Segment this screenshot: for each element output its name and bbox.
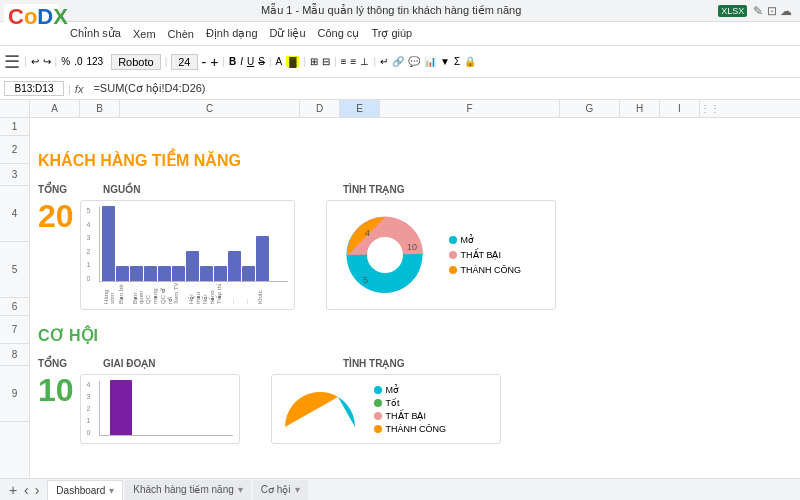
col-header-i: I	[660, 100, 700, 117]
y2-s0: 0	[87, 429, 97, 436]
font-size-plus[interactable]: +	[210, 54, 218, 70]
row-1: 1	[0, 118, 29, 136]
toolbar-align-left[interactable]: ≡	[341, 56, 347, 67]
col-header-h: H	[620, 100, 660, 117]
toolbar-lock[interactable]: 🔒	[464, 56, 476, 67]
section2-title: CƠ HỘI	[38, 322, 792, 348]
xlabel-9: ...	[229, 282, 242, 304]
menu-du-lieu[interactable]: Dữ liệu	[270, 27, 306, 40]
col-header-d: D	[300, 100, 340, 117]
row-7: 7	[0, 316, 29, 344]
toolbar-123: 123	[86, 56, 103, 67]
row-headers: 1 2 3 4 5 6 7 8 9	[0, 118, 30, 478]
toolbar-align-center[interactable]: ≡	[351, 56, 357, 67]
bar-4	[158, 266, 171, 281]
add-sheet-button[interactable]: +	[4, 481, 22, 499]
toolbar-valign[interactable]: ⊥	[360, 56, 369, 67]
xlabel-5: Xem TV	[173, 282, 186, 304]
xlabel-3: QC mạng	[145, 282, 158, 304]
bar-chart-1: 5 4 3 2 1 0	[80, 200, 295, 310]
legend2-dot-that-bai	[374, 412, 382, 420]
bar-1	[116, 266, 129, 281]
tab-bar: + ‹ › Dashboard ▾ Khách hàng tiềm năng ▾…	[0, 478, 800, 500]
bar-2	[130, 266, 143, 281]
toolbar-bg-color[interactable]: ▓	[286, 56, 299, 67]
section1-title: KHÁCH HÀNG TIỀM NĂNG	[38, 146, 792, 174]
y2-s1: 1	[87, 417, 97, 424]
legend2-dot-tot	[374, 399, 382, 407]
xlabel-8: Tiếp thị	[215, 282, 228, 304]
logo: CoDX	[4, 4, 59, 44]
toolbar-format: .0	[74, 56, 82, 67]
xlabel-4: QC tờ rơi	[159, 282, 172, 304]
donut-svg-2	[280, 382, 370, 437]
nav-left[interactable]: ‹	[24, 482, 29, 498]
donut-label-10: 10	[407, 242, 417, 252]
toolbar-link[interactable]: 🔗	[392, 56, 404, 67]
bar-x-labels: Hàng xóm Bạn bè Bạn quen QC mạng QC tờ r…	[101, 282, 288, 304]
legend-item-thanh-cong: THÀNH CÔNG	[449, 265, 522, 275]
logo-c: C	[8, 4, 24, 29]
formula-content: =SUM(Cơ hội!D4:D26)	[87, 82, 796, 95]
col-resize[interactable]: ⋮⋮	[700, 100, 720, 117]
toolbar-wrap[interactable]: ↵	[380, 56, 388, 67]
nav-right[interactable]: ›	[35, 482, 40, 498]
nguon-label: NGUỒN	[103, 184, 303, 195]
col-header-c: C	[120, 100, 300, 117]
partial-hole	[304, 411, 336, 437]
tab-dashboard-close[interactable]: ▾	[109, 485, 114, 496]
xlabel-0: Hàng xóm	[103, 282, 116, 304]
toolbar-comment[interactable]: 💬	[408, 56, 420, 67]
tong-value-2: 10	[38, 374, 74, 406]
menu-dinh-dang[interactable]: Định dạng	[206, 27, 258, 40]
bar-0	[102, 206, 115, 281]
toolbar-filter[interactable]: ▼	[440, 56, 450, 67]
tab-khach-hang[interactable]: Khách hàng tiềm năng ▾	[125, 480, 251, 500]
legend2-item-mo: Mở	[374, 385, 447, 395]
toolbar-text-color[interactable]: A	[276, 56, 283, 67]
menu-chinh-sua[interactable]: Chỉnh sửa	[70, 27, 121, 40]
toolbar-underline[interactable]: U	[247, 56, 254, 67]
bar-8	[214, 266, 227, 281]
y2-s3: 3	[87, 393, 97, 400]
toolbar-undo[interactable]: ↩	[31, 56, 39, 67]
tab-co-hoi-close[interactable]: ▾	[295, 484, 300, 495]
legend2-item-tot: Tốt	[374, 398, 447, 408]
xlabel-2: Bạn quen	[131, 282, 144, 304]
logo-o: o	[24, 4, 37, 29]
toolbar-function[interactable]: Σ	[454, 56, 460, 67]
font-size-minus[interactable]: -	[202, 54, 207, 70]
y0: 0	[87, 275, 97, 282]
toolbar-merge[interactable]: ⊟	[322, 56, 330, 67]
toolbar-borders[interactable]: ⊞	[310, 56, 318, 67]
bar-3	[144, 266, 157, 281]
bar-9	[228, 251, 241, 281]
tab-dashboard[interactable]: Dashboard ▾	[47, 480, 123, 500]
row-5: 5	[0, 242, 29, 298]
col-header-e: E	[340, 100, 380, 117]
xlabel-6: Hội thảo	[187, 282, 200, 304]
toolbar-menu-icon[interactable]: ☰	[4, 51, 20, 73]
menu-tro-giup[interactable]: Trợ giúp	[371, 27, 412, 40]
toolbar-redo[interactable]: ↪	[43, 56, 51, 67]
toolbar-strikethrough[interactable]: S	[258, 56, 265, 67]
toolbar-italic[interactable]: I	[240, 56, 243, 67]
tong-label-2: TỔNG	[38, 358, 93, 369]
cell-reference[interactable]	[4, 81, 64, 96]
tab-co-hoi[interactable]: Cơ hội ▾	[253, 480, 308, 500]
legend-label-thanh-cong: THÀNH CÔNG	[461, 265, 522, 275]
donut-label-4: 4	[365, 228, 370, 238]
menu-xem[interactable]: Xem	[133, 28, 156, 40]
legend2-item-that-bai: THẤT BẠI	[374, 411, 447, 421]
tab-khach-hang-close[interactable]: ▾	[238, 484, 243, 495]
font-selector[interactable]: Roboto	[111, 54, 160, 70]
menu-chen[interactable]: Chèn	[168, 28, 194, 40]
toolbar-chart[interactable]: 📊	[424, 56, 436, 67]
column-headers: A B C D E F G H I ⋮⋮	[0, 100, 800, 118]
toolbar-bold[interactable]: B	[229, 56, 236, 67]
menu-cong-cu[interactable]: Công cụ	[318, 27, 360, 40]
font-size[interactable]: 24	[171, 54, 197, 70]
y5: 5	[87, 207, 97, 214]
legend2-label-mo: Mở	[386, 385, 400, 395]
xlabel-1: Bạn bè	[117, 282, 130, 304]
